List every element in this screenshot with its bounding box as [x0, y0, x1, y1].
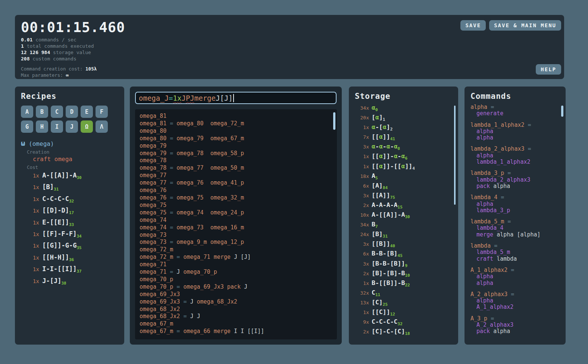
storage-sub: 32: [398, 321, 403, 326]
storage-formula: [[C]]12: [372, 308, 395, 317]
meta-value: 105λ: [85, 66, 97, 72]
recipe-letter-I[interactable]: I: [51, 120, 63, 133]
cost-qty: 1x: [33, 173, 42, 179]
storage-sub: 7: [375, 224, 378, 229]
command-list-line[interactable]: omega_80 = omega_79 omega_67_m: [140, 135, 332, 142]
help-button[interactable]: HELP: [536, 64, 561, 75]
cost-formula: E-[[E]]33: [42, 219, 74, 226]
creation-value: craft omega: [33, 156, 118, 163]
cost-item: 1x [[D]-D]17: [33, 206, 118, 217]
storage-sub: 25: [383, 302, 388, 307]
command-entry[interactable]: lambda_1_alphax2 =alphaalpha: [470, 122, 560, 141]
cost-qty: 1x: [33, 208, 42, 214]
command-list-line[interactable]: omega_67_m: [140, 320, 332, 328]
cost-qty: 1x: [33, 243, 42, 249]
command-input[interactable]: omega_J = 1x J PJ merge J [J]: [135, 92, 337, 104]
command-list-line[interactable]: omega_73 = omega_9_m omega_12_p: [140, 239, 332, 246]
command-list-line[interactable]: omega_76 = omega_75 omega_32_m: [140, 194, 332, 202]
command-list-line[interactable]: omega_72_m = omega_71 merge J [J]: [140, 254, 332, 261]
command-list-line[interactable]: omega_81 = omega_80 omega_72_m: [140, 120, 332, 128]
recipe-letter-B[interactable]: B: [36, 106, 48, 118]
recipe-letter-D[interactable]: D: [66, 106, 78, 118]
command-list-line[interactable]: omega_70_p = omega_69_Jx3 pack J: [140, 283, 332, 291]
storage-item: 32xC11: [355, 289, 452, 299]
recipe-name: (omega): [29, 140, 54, 147]
command-list-line[interactable]: omega_72_m: [140, 246, 332, 254]
command-list-line[interactable]: omega_71: [140, 261, 332, 269]
command-list-line[interactable]: omega_67_m = omega_66 merge I I [[I]]: [140, 328, 332, 335]
command-list-line[interactable]: omega_68_Jx2 = J J: [140, 313, 332, 320]
command-list-line[interactable]: omega_74 = omega_73 omega_16_m: [140, 224, 332, 232]
command-list-line[interactable]: omega_79 = omega_78 omega_58_p: [140, 150, 332, 157]
storage-sub: 75: [390, 195, 395, 200]
recipe-letter-H[interactable]: H: [36, 120, 48, 133]
command-list-line[interactable]: omega_68_Jx2: [140, 306, 332, 313]
recipe-letter-G[interactable]: G: [21, 120, 33, 133]
recipe-letter-Ω[interactable]: Ω: [81, 120, 93, 133]
command-list-line[interactable]: omega_74: [140, 217, 332, 224]
command-entry[interactable]: lambda_3_p =lambda_2_alphax3pack alpha: [470, 170, 560, 189]
command-list-line[interactable]: omega_77 = omega_76 omega_41_p: [140, 179, 332, 187]
command-entry[interactable]: lambda =lambda_5_mcraft lambda: [470, 243, 560, 262]
storage-sub: 15: [398, 205, 403, 210]
storage-title: Storage: [355, 92, 452, 101]
command-list-line[interactable]: omega_69_Jx3: [140, 291, 332, 298]
cost-sub: 36: [69, 257, 74, 262]
command-list-line[interactable]: omega_78: [140, 157, 332, 164]
storage-sub: 11: [375, 292, 380, 297]
cost-sub: 17: [69, 211, 74, 216]
recipe-letter-C[interactable]: C: [51, 106, 63, 118]
command-list-line[interactable]: omega_75 = omega_74 omega_24_p: [140, 209, 332, 217]
command-entry[interactable]: A_3_p =A_2_alphax3pack alpha: [470, 316, 560, 335]
recipe-letter-Λ[interactable]: Λ: [96, 120, 108, 133]
save-main-menu-button[interactable]: SAVE & MAIN MENU: [489, 20, 561, 31]
command-entry[interactable]: lambda_2_alphax3 =alphalambda_1_alphax2: [470, 146, 560, 165]
command-list-line[interactable]: omega_79: [140, 142, 332, 150]
command-name: A_3_p: [470, 315, 487, 322]
recipe-letter-E[interactable]: E: [81, 106, 93, 118]
storage-scrollbar[interactable]: [454, 106, 456, 205]
meta-label: Max parameters:: [21, 72, 66, 78]
command-list-line[interactable]: omega_81: [140, 113, 332, 120]
storage-formula: [[α]]41: [372, 133, 395, 141]
command-entry[interactable]: lambda_4 =alphalambda_3_p: [470, 194, 560, 214]
command-entry[interactable]: alpha =generate: [470, 104, 560, 117]
cost-item: 1x E-[[E]]33: [33, 218, 118, 229]
recipe-letter-A[interactable]: A: [21, 106, 33, 118]
storage-count: 10x: [355, 212, 369, 218]
storage-formula: B-[[B]]-B22: [372, 279, 410, 288]
storage-sub: 1: [383, 117, 385, 122]
storage-count: 3x: [355, 144, 369, 150]
command-list-line[interactable]: omega_76: [140, 187, 332, 194]
command-name: lambda_5_m: [470, 218, 504, 225]
command-entry[interactable]: lambda_5_m =lambda_4merge alpha [alpha]: [470, 219, 560, 238]
command-list-line[interactable]: omega_71 = J omega_70_p: [140, 269, 332, 276]
command-list-line[interactable]: omega_80: [140, 128, 332, 135]
command-list-line[interactable]: omega_75: [140, 202, 332, 209]
cost-item: 1x [[G]]-G-G35: [33, 241, 118, 252]
storage-sub: 41: [390, 137, 395, 142]
recipe-letter-F[interactable]: F: [96, 106, 108, 118]
storage-formula: C-C-C-C32: [372, 318, 403, 326]
cost-formula: [[G]]-G-G35: [42, 242, 81, 249]
recipe-letter-J[interactable]: J: [66, 120, 78, 133]
storage-count: 1x: [355, 125, 369, 130]
recipe-symbol: ω: [21, 139, 25, 147]
command-entry[interactable]: A_1_alphax2 =alphaalpha: [470, 267, 560, 286]
command-list-line[interactable]: omega_69_Jx3 = J omega_68_Jx2: [140, 298, 332, 306]
cost-list: 1x A-[[A]]-A301x [B]311x C-C-C-C321x [[D…: [21, 171, 118, 288]
command-list-line[interactable]: omega_70_p: [140, 276, 332, 283]
save-button[interactable]: SAVE: [460, 20, 486, 31]
storage-sub: 2: [390, 127, 393, 132]
command-list-line[interactable]: omega_73: [140, 232, 332, 239]
commands-scrollbar[interactable]: [561, 106, 563, 117]
command-entry[interactable]: A_2_alphax3 =alphaA_1_alphax2: [470, 291, 560, 311]
stat-label: commands / sec: [32, 37, 76, 43]
storage-item: 1x[[α]]-[[α]]4: [355, 163, 452, 172]
command-list-line[interactable]: omega_77: [140, 172, 332, 179]
editor-panel: omega_J = 1x J PJ merge J [J] omega_81om…: [130, 87, 342, 345]
cost-qty: 1x: [33, 278, 42, 284]
command-list[interactable]: omega_81omega_81 = omega_80 omega_72_mom…: [135, 109, 337, 339]
command-list-line[interactable]: omega_78 = omega_77 omega_50_m: [140, 164, 332, 172]
editor-scrollbar[interactable]: [333, 112, 335, 130]
